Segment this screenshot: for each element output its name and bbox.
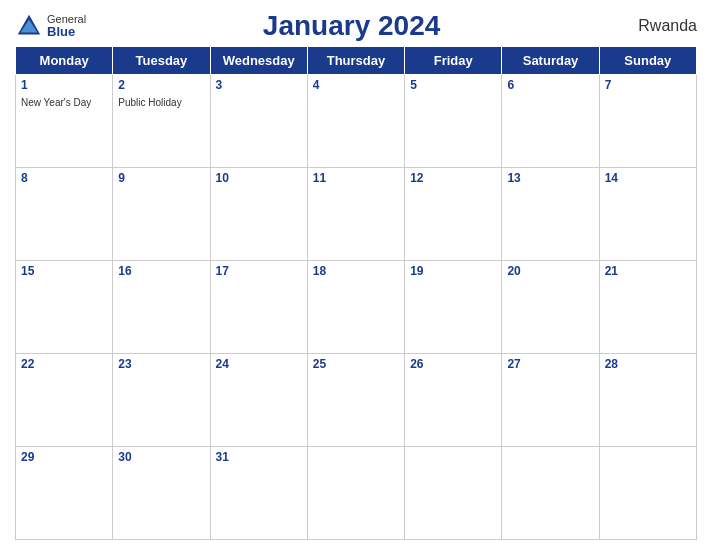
day-number: 26 [410, 357, 496, 371]
day-number: 13 [507, 171, 593, 185]
calendar-day-cell: 5 [405, 75, 502, 168]
calendar-day-cell: 28 [599, 354, 696, 447]
calendar-day-cell: 2Public Holiday [113, 75, 210, 168]
weekday-header-monday: Monday [16, 47, 113, 75]
calendar-day-cell: 24 [210, 354, 307, 447]
day-number: 7 [605, 78, 691, 92]
calendar-day-cell: 27 [502, 354, 599, 447]
day-number: 4 [313, 78, 399, 92]
calendar-day-cell: 16 [113, 261, 210, 354]
day-number: 23 [118, 357, 204, 371]
day-number: 29 [21, 450, 107, 464]
calendar-day-cell: 31 [210, 447, 307, 540]
day-number: 5 [410, 78, 496, 92]
logo-blue-label: Blue [47, 25, 86, 39]
calendar-day-cell: 23 [113, 354, 210, 447]
day-number: 20 [507, 264, 593, 278]
weekday-header-row: MondayTuesdayWednesdayThursdayFridaySatu… [16, 47, 697, 75]
calendar-day-cell: 18 [307, 261, 404, 354]
day-number: 31 [216, 450, 302, 464]
day-number: 22 [21, 357, 107, 371]
country-name: Rwanda [617, 17, 697, 35]
logo-icon [15, 12, 43, 40]
calendar-day-cell: 22 [16, 354, 113, 447]
weekday-header-friday: Friday [405, 47, 502, 75]
calendar-day-cell: 3 [210, 75, 307, 168]
day-number: 10 [216, 171, 302, 185]
calendar-day-cell: 26 [405, 354, 502, 447]
day-number: 9 [118, 171, 204, 185]
calendar-day-cell: 15 [16, 261, 113, 354]
day-number: 11 [313, 171, 399, 185]
calendar-day-cell: 19 [405, 261, 502, 354]
calendar-table: MondayTuesdayWednesdayThursdayFridaySatu… [15, 46, 697, 540]
calendar-day-cell [307, 447, 404, 540]
calendar-day-cell: 6 [502, 75, 599, 168]
day-number: 14 [605, 171, 691, 185]
day-number: 15 [21, 264, 107, 278]
day-number: 1 [21, 78, 107, 92]
calendar-day-cell: 30 [113, 447, 210, 540]
calendar-day-cell: 4 [307, 75, 404, 168]
calendar-day-cell: 29 [16, 447, 113, 540]
weekday-header-thursday: Thursday [307, 47, 404, 75]
top-bar: General Blue January 2024 Rwanda [15, 10, 697, 42]
day-number: 2 [118, 78, 204, 92]
calendar-day-cell: 10 [210, 168, 307, 261]
weekday-header-wednesday: Wednesday [210, 47, 307, 75]
calendar-day-cell: 8 [16, 168, 113, 261]
logo-text: General Blue [47, 13, 86, 39]
calendar-day-cell: 21 [599, 261, 696, 354]
day-event: Public Holiday [118, 97, 181, 108]
calendar-day-cell: 13 [502, 168, 599, 261]
calendar-day-cell: 12 [405, 168, 502, 261]
day-number: 25 [313, 357, 399, 371]
calendar-week-row: 1New Year's Day2Public Holiday34567 [16, 75, 697, 168]
calendar-day-cell: 7 [599, 75, 696, 168]
calendar-day-cell [599, 447, 696, 540]
weekday-header-tuesday: Tuesday [113, 47, 210, 75]
day-number: 19 [410, 264, 496, 278]
calendar-week-row: 15161718192021 [16, 261, 697, 354]
day-number: 21 [605, 264, 691, 278]
logo: General Blue [15, 12, 86, 40]
day-number: 18 [313, 264, 399, 278]
day-number: 30 [118, 450, 204, 464]
day-number: 6 [507, 78, 593, 92]
day-number: 17 [216, 264, 302, 278]
calendar-day-cell: 9 [113, 168, 210, 261]
weekday-header-saturday: Saturday [502, 47, 599, 75]
day-number: 27 [507, 357, 593, 371]
day-number: 3 [216, 78, 302, 92]
calendar-week-row: 22232425262728 [16, 354, 697, 447]
calendar-day-cell: 20 [502, 261, 599, 354]
day-number: 28 [605, 357, 691, 371]
calendar-day-cell: 14 [599, 168, 696, 261]
calendar-week-row: 891011121314 [16, 168, 697, 261]
day-number: 8 [21, 171, 107, 185]
day-number: 16 [118, 264, 204, 278]
calendar-day-cell: 11 [307, 168, 404, 261]
calendar-week-row: 293031 [16, 447, 697, 540]
day-event: New Year's Day [21, 97, 91, 108]
day-number: 12 [410, 171, 496, 185]
calendar-day-cell: 1New Year's Day [16, 75, 113, 168]
day-number: 24 [216, 357, 302, 371]
calendar-title: January 2024 [86, 10, 617, 42]
weekday-header-sunday: Sunday [599, 47, 696, 75]
calendar-day-cell [405, 447, 502, 540]
calendar-day-cell: 17 [210, 261, 307, 354]
calendar-day-cell: 25 [307, 354, 404, 447]
calendar-day-cell [502, 447, 599, 540]
